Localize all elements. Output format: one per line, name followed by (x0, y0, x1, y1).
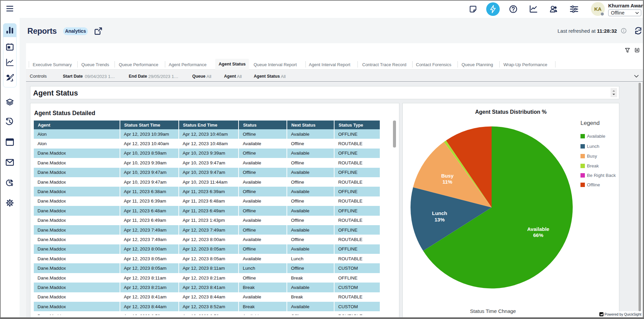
svg-text:11%: 11% (442, 179, 452, 185)
svg-text:Busy: Busy (441, 173, 454, 179)
svg-text:Available: Available (527, 226, 549, 232)
svg-text:Lunch: Lunch (432, 210, 447, 216)
svg-text:13%: 13% (435, 217, 445, 222)
svg-text:66%: 66% (533, 232, 543, 238)
